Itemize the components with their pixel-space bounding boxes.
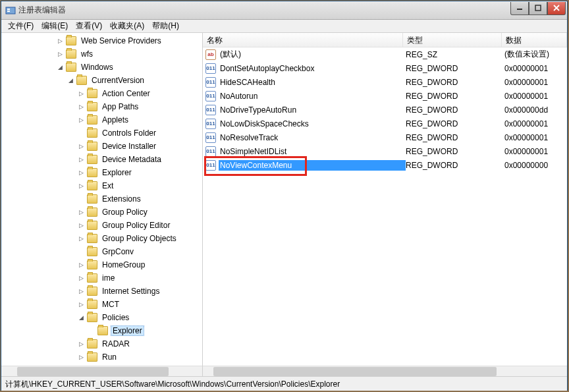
tree-expand-icon[interactable]: ▷ [78,209,85,216]
tree-expand-icon[interactable]: ▷ [78,301,85,308]
tree-expand-icon[interactable]: ▷ [78,235,85,242]
menu-help[interactable]: 帮助(H) [148,19,183,33]
tree-label: Explorer [100,167,134,178]
values-list[interactable]: ab(默认)REG_SZ(数值未设置)011DontSetAutoplayChe… [203,47,567,366]
tree-expand-icon[interactable]: ◢ [57,64,64,71]
tree-item[interactable]: ▷Explorer [1,166,202,179]
folder-icon [87,128,97,138]
folder-icon [87,115,97,125]
value-row[interactable]: 011NoViewContexMenuREG_DWORD0x00000000 [203,158,567,172]
tree-expand-icon[interactable]: ▷ [78,262,85,269]
tree-expand-icon[interactable]: ▷ [78,222,85,229]
tree-item[interactable]: Controls Folder [1,126,202,140]
column-data[interactable]: 数据 [502,33,567,47]
folder-icon [87,313,97,322]
folder-icon [87,260,97,269]
binary-value-icon: 011 [205,160,216,171]
tree-expand-icon[interactable]: ◢ [67,77,74,84]
column-name[interactable]: 名称 [203,33,403,47]
list-header: 名称 类型 数据 [203,33,567,47]
menu-view[interactable]: 查看(V) [72,19,106,33]
tree-expand-icon[interactable] [78,196,85,203]
value-name: NoResolveTrack [219,132,406,143]
close-button[interactable] [547,2,566,15]
tree-item[interactable]: ▷Internet Settings [1,285,202,298]
tree-item[interactable]: Explorer [1,324,202,337]
menu-file[interactable]: 文件(F) [4,19,38,33]
tree-expand-icon[interactable]: ▷ [57,51,64,58]
tree-expand-icon[interactable] [78,248,85,256]
value-data: 0x00000001 [504,119,567,128]
key-tree[interactable]: ▷Web Service Providers▷wfs◢Windows◢Curre… [1,33,202,366]
tree-item[interactable]: ▷App Paths [1,100,202,113]
tree-item[interactable]: ◢CurrentVersion [1,74,202,87]
value-row[interactable]: 011NoDriveTypeAutoRunREG_DWORD0x000000dd [203,103,567,117]
tree-expand-icon[interactable]: ▷ [78,182,85,190]
value-type: REG_DWORD [406,119,504,128]
tree-label: Policies [100,312,131,323]
tree-item[interactable]: ▷HomeGroup [1,258,202,271]
tree-item[interactable]: ▷Applets [1,113,202,126]
tree-item[interactable]: ▷Run [1,350,202,364]
titlebar[interactable]: 注册表编辑器 [1,1,567,20]
tree-item[interactable]: ▷RADAR [1,337,202,350]
tree-item[interactable]: ▷MCT [1,298,202,311]
tree-expand-icon[interactable]: ▷ [78,143,85,150]
value-row[interactable]: 011NoResolveTrackREG_DWORD0x00000001 [203,130,567,144]
menu-favorites[interactable]: 收藏夹(A) [106,19,148,33]
folder-icon [87,102,97,111]
tree-label: Applets [100,115,130,125]
column-type[interactable]: 类型 [403,33,502,47]
value-data: (数值未设置) [504,49,567,60]
folder-icon [66,63,76,72]
tree-expand-icon[interactable]: ▷ [78,288,85,295]
menu-edit[interactable]: 编辑(E) [38,19,72,33]
tree-item[interactable]: ▷Device Metadata [1,153,202,166]
tree-label: Group Policy Editor [100,220,172,231]
tree-item[interactable]: ▷Device Installer [1,140,202,153]
value-row[interactable]: 011DontSetAutoplayCheckboxREG_DWORD0x000… [203,61,567,75]
tree-item[interactable]: Extensions [1,192,202,206]
content-area: ▷Web Service Providers▷wfs◢Windows◢Curre… [1,33,567,376]
minimize-button[interactable] [510,2,529,15]
tree-item[interactable]: ▷Group Policy Objects [1,232,202,245]
tree-expand-icon[interactable]: ▷ [78,275,85,282]
tree-expand-icon[interactable]: ▷ [57,38,64,45]
list-horizontal-scrollbar[interactable] [203,366,567,376]
tree-item[interactable]: ▷Group Policy Editor [1,219,202,232]
tree-expand-icon[interactable] [88,327,95,335]
tree-label: Device Installer [100,141,158,152]
tree-expand-icon[interactable]: ▷ [78,156,85,163]
tree-expand-icon[interactable]: ▷ [78,354,85,361]
tree-horizontal-scrollbar[interactable] [1,366,202,376]
tree-item[interactable]: ▷Ext [1,179,202,192]
value-row[interactable]: 011NoAutorunREG_DWORD0x00000001 [203,89,567,103]
tree-label: Controls Folder [100,128,158,138]
tree-item[interactable]: ▷Web Service Providers [1,34,202,47]
tree-item[interactable]: ▷ime [1,271,202,285]
folder-icon [66,36,76,45]
tree-label: MCT [100,299,121,310]
maximize-button[interactable] [529,2,547,15]
statusbar: 计算机\HKEY_CURRENT_USER\Software\Microsoft… [1,376,567,391]
value-type: REG_DWORD [406,92,504,101]
folder-icon [87,155,97,164]
tree-item[interactable]: ▷wfs [1,47,202,61]
tree-item[interactable]: ▷Action Center [1,87,202,100]
tree-item[interactable]: GrpConv [1,245,202,258]
value-row[interactable]: 011NoSimpleNetIDListREG_DWORD0x00000001 [203,144,567,158]
tree-expand-icon[interactable]: ▷ [78,90,85,98]
tree-item[interactable]: ◢Windows [1,61,202,74]
tree-expand-icon[interactable]: ◢ [78,314,85,322]
tree-expand-icon[interactable]: ▷ [78,117,85,124]
tree-expand-icon[interactable]: ▷ [78,169,85,177]
tree-expand-icon[interactable]: ▷ [78,103,85,111]
value-row[interactable]: ab(默认)REG_SZ(数值未设置) [203,47,567,61]
tree-expand-icon[interactable]: ▷ [78,341,85,348]
tree-item[interactable]: ▷Group Policy [1,206,202,219]
value-row[interactable]: 011HideSCAHealthREG_DWORD0x00000001 [203,75,567,89]
value-type: REG_DWORD [406,64,504,73]
value-row[interactable]: 011NoLowDiskSpaceChecksREG_DWORD0x000000… [203,117,567,130]
tree-item[interactable]: ◢Policies [1,311,202,324]
tree-expand-icon[interactable] [78,130,85,137]
